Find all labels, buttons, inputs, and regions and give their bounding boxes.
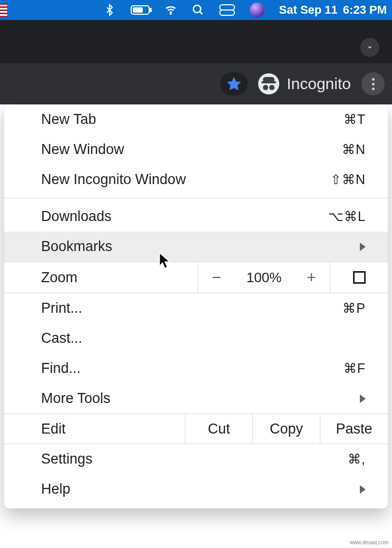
- bluetooth-icon[interactable]: [103, 4, 116, 16]
- bookmark-star-button[interactable]: [220, 72, 248, 95]
- svg-line-2: [200, 12, 202, 14]
- menu-item-label: Find...: [41, 360, 81, 377]
- menu-item-label: Print...: [41, 300, 82, 316]
- battery-icon[interactable]: [131, 5, 150, 15]
- menu-item-cast[interactable]: Cast...: [4, 323, 388, 353]
- flag-icon: [0, 3, 7, 17]
- menu-item-label: Cast...: [41, 330, 82, 347]
- menu-item-shortcut: ⌘,: [348, 451, 366, 467]
- chevron-right-icon: [360, 485, 366, 494]
- zoom-percent: 100%: [235, 262, 293, 293]
- menu-item-downloads[interactable]: Downloads ⌥⌘L: [4, 201, 388, 232]
- edit-paste-button[interactable]: Paste: [320, 414, 388, 444]
- svg-point-0: [170, 13, 171, 14]
- menu-item-label: More Tools: [41, 390, 111, 407]
- menu-item-shortcut: ⌘T: [344, 112, 366, 127]
- menubar-time: 6:23 PM: [343, 3, 387, 17]
- siri-icon[interactable]: [250, 3, 264, 17]
- menubar-date: Sat Sep 11: [279, 3, 338, 17]
- menu-item-label: New Tab: [41, 111, 96, 128]
- menu-item-label: Settings: [41, 451, 93, 467]
- wifi-icon[interactable]: [164, 4, 177, 16]
- tab-strip-dropdown-button[interactable]: [360, 38, 379, 57]
- menu-item-shortcut: ⌥⌘L: [328, 209, 366, 224]
- edit-copy-button[interactable]: Copy: [253, 414, 320, 444]
- menu-item-zoom: Zoom − 100% +: [4, 262, 388, 293]
- menu-item-help[interactable]: Help: [4, 474, 388, 504]
- star-icon: [226, 75, 242, 92]
- chrome-main-menu: New Tab ⌘T New Window ⌘N New Incognito W…: [4, 104, 388, 508]
- menu-item-new-tab[interactable]: New Tab ⌘T: [4, 104, 388, 134]
- menu-item-shortcut: ⌘N: [342, 142, 366, 157]
- chevron-right-icon: [360, 243, 366, 251]
- menubar-clock[interactable]: Sat Sep 11 6:23 PM: [279, 3, 387, 17]
- menu-item-label: New Incognito Window: [41, 171, 186, 188]
- menu-item-new-incognito-window[interactable]: New Incognito Window ⇧⌘N: [4, 165, 388, 195]
- control-center-icon[interactable]: [219, 4, 235, 16]
- menu-divider: [4, 198, 388, 198]
- menu-item-print[interactable]: Print... ⌘P: [4, 293, 388, 323]
- chrome-menu-button[interactable]: [361, 72, 385, 95]
- fullscreen-icon: [353, 271, 366, 284]
- menu-item-bookmarks[interactable]: Bookmarks: [4, 232, 388, 262]
- menu-item-shortcut: ⌘P: [342, 301, 366, 316]
- menu-item-new-window[interactable]: New Window ⌘N: [4, 134, 388, 165]
- watermark: www.deuaq.com: [348, 539, 390, 546]
- menu-item-shortcut: ⌘F: [344, 361, 366, 376]
- menu-item-label: Downloads: [41, 208, 112, 225]
- menu-item-label: Help: [41, 481, 71, 497]
- browser-toolbar: Incognito: [0, 63, 392, 104]
- menu-item-shortcut: ⇧⌘N: [330, 172, 366, 187]
- edit-label: Edit: [4, 414, 185, 444]
- svg-point-1: [193, 5, 201, 13]
- incognito-label: Incognito: [287, 75, 351, 93]
- zoom-in-button[interactable]: +: [293, 262, 330, 293]
- menu-item-find[interactable]: Find... ⌘F: [4, 353, 388, 383]
- incognito-icon: [258, 73, 279, 94]
- menu-item-edit: Edit Cut Copy Paste: [4, 414, 388, 444]
- zoom-out-button[interactable]: −: [198, 262, 235, 293]
- chevron-right-icon: [360, 395, 366, 403]
- browser-tabstrip-area: [0, 20, 392, 63]
- incognito-indicator[interactable]: Incognito: [258, 73, 351, 94]
- menu-item-label: New Window: [41, 141, 124, 158]
- macos-menubar: Sat Sep 11 6:23 PM: [0, 0, 392, 20]
- edit-cut-button[interactable]: Cut: [185, 414, 253, 444]
- menu-item-settings[interactable]: Settings ⌘,: [4, 444, 388, 474]
- menu-item-label: Bookmarks: [41, 238, 112, 255]
- menu-item-more-tools[interactable]: More Tools: [4, 383, 388, 414]
- fullscreen-button[interactable]: [330, 262, 388, 293]
- search-icon[interactable]: [192, 4, 204, 16]
- mouse-cursor: [158, 252, 172, 271]
